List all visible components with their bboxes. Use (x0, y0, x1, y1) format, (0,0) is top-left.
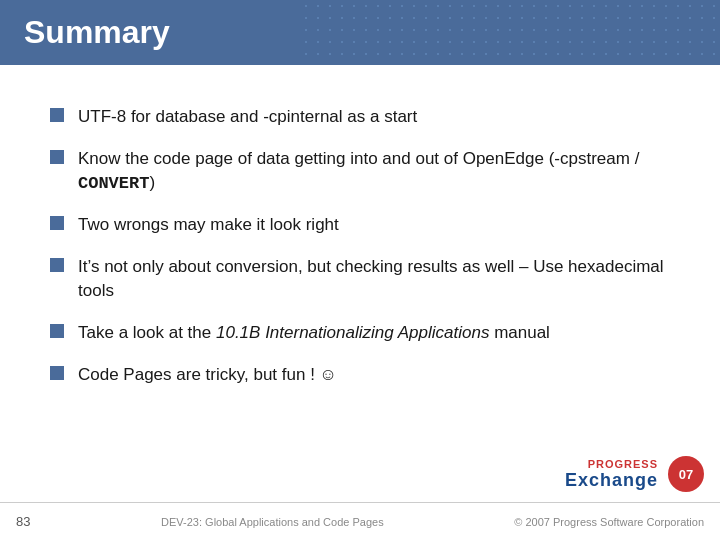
page-number: 83 (16, 514, 30, 529)
list-item: Code Pages are tricky, but fun ! ☺ (50, 363, 670, 387)
list-item-text: Code Pages are tricky, but fun ! ☺ (78, 363, 670, 387)
list-item: Know the code page of data getting into … (50, 147, 670, 196)
page-title: Summary (24, 14, 170, 51)
logo-row: PROGRESS Exchange 07 (565, 456, 704, 492)
footer-bar: 83 DEV-23: Global Applications and Code … (0, 502, 720, 540)
list-item-text: UTF-8 for database and -cpinternal as a … (78, 105, 670, 129)
logo-text: PROGRESS Exchange (565, 458, 658, 491)
italic-text: 10.1B Internationalizing Applications (216, 323, 489, 342)
list-item-text: Know the code page of data getting into … (78, 147, 670, 196)
logo-area: PROGRESS Exchange 07 (565, 456, 704, 492)
bullet-icon (50, 108, 64, 122)
bullet-icon (50, 150, 64, 164)
logo-badge: 07 (668, 456, 704, 492)
bullet-icon (50, 366, 64, 380)
list-item: Two wrongs may make it look right (50, 213, 670, 237)
list-item-text: It’s not only about conversion, but chec… (78, 255, 670, 303)
footer-copyright: © 2007 Progress Software Corporation (514, 516, 704, 528)
footer-caption: DEV-23: Global Applications and Code Pag… (30, 516, 514, 528)
list-item: Take a look at the 10.1B Internationaliz… (50, 321, 670, 345)
exchange-brand: Exchange (565, 470, 658, 491)
list-item-text: Two wrongs may make it look right (78, 213, 670, 237)
list-item-text: Take a look at the 10.1B Internationaliz… (78, 321, 670, 345)
bullet-icon (50, 258, 64, 272)
code-text: CONVERT (78, 174, 149, 193)
main-content: UTF-8 for database and -cpinternal as a … (0, 65, 720, 424)
header-bar: Summary (0, 0, 720, 65)
list-item: It’s not only about conversion, but chec… (50, 255, 670, 303)
bullet-icon (50, 324, 64, 338)
header-dots-decoration (300, 0, 720, 65)
bullet-icon (50, 216, 64, 230)
summary-list: UTF-8 for database and -cpinternal as a … (50, 105, 670, 386)
list-item: UTF-8 for database and -cpinternal as a … (50, 105, 670, 129)
progress-brand: PROGRESS (588, 458, 658, 470)
